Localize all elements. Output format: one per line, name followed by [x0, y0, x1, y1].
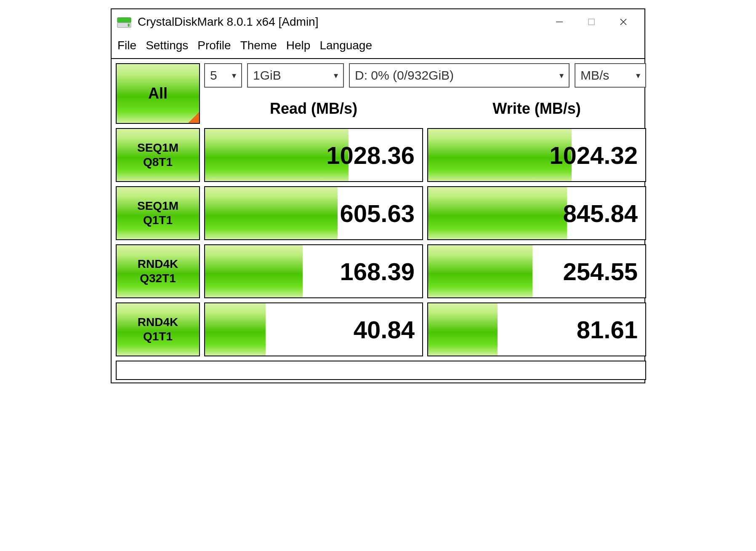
- app-icon: [116, 13, 133, 30]
- app-window: CrystalDiskMark 8.0.1 x64 [Admin] File S…: [111, 8, 645, 383]
- drive-select[interactable]: D: 0% (0/932GiB) ▾: [349, 63, 570, 88]
- result-value: 168.39: [205, 245, 422, 297]
- test-label: SEQ1M: [137, 141, 178, 155]
- minimize-button[interactable]: [551, 13, 568, 30]
- column-header-read: Read (MB/s): [204, 94, 423, 124]
- result-value: 254.55: [428, 245, 645, 297]
- loop-count-select[interactable]: 5 ▾: [204, 63, 242, 88]
- test-label: RND4K: [138, 315, 178, 329]
- chevron-down-icon: ▾: [334, 70, 338, 80]
- unit-value: MB/s: [580, 68, 609, 83]
- menu-theme[interactable]: Theme: [240, 39, 277, 52]
- test-label: Q1T1: [143, 329, 173, 344]
- main-area: All 5 ▾ 1GiB ▾ D: 0% (0/932GiB) ▾ MB/s ▾…: [112, 58, 644, 382]
- test-label: SEQ1M: [137, 199, 178, 213]
- result-write-rnd4k-q32t1: 254.55: [427, 244, 646, 298]
- test-size-value: 1GiB: [253, 68, 281, 83]
- loop-count-value: 5: [210, 68, 217, 83]
- result-read-rnd4k-q1t1: 40.84: [204, 302, 423, 356]
- run-all-label: All: [148, 85, 168, 102]
- chevron-down-icon: ▾: [232, 70, 236, 80]
- test-size-select[interactable]: 1GiB ▾: [247, 63, 344, 88]
- run-all-button[interactable]: All: [116, 63, 200, 124]
- svg-rect-4: [588, 19, 594, 25]
- test-button-seq1m-q1t1[interactable]: SEQ1M Q1T1: [116, 186, 200, 240]
- drive-value: D: 0% (0/932GiB): [355, 68, 454, 83]
- maximize-button[interactable]: [583, 13, 600, 30]
- close-button[interactable]: [615, 13, 632, 30]
- status-bar: [116, 361, 646, 380]
- result-value: 1024.32: [428, 129, 645, 181]
- result-value: 81.61: [428, 303, 645, 356]
- titlebar: CrystalDiskMark 8.0.1 x64 [Admin]: [112, 9, 644, 35]
- menubar: File Settings Profile Theme Help Languag…: [112, 35, 644, 58]
- unit-select[interactable]: MB/s ▾: [575, 63, 646, 88]
- result-value: 605.63: [205, 187, 422, 239]
- menu-language[interactable]: Language: [319, 39, 372, 52]
- test-button-rnd4k-q1t1[interactable]: RND4K Q1T1: [116, 302, 200, 356]
- chevron-down-icon: ▾: [636, 70, 640, 80]
- result-write-rnd4k-q1t1: 81.61: [427, 302, 646, 356]
- test-label: Q1T1: [143, 213, 173, 227]
- window-controls: [551, 13, 632, 30]
- test-label: Q8T1: [143, 155, 173, 169]
- test-label: Q32T1: [140, 271, 176, 286]
- menu-file[interactable]: File: [117, 39, 136, 52]
- window-title: CrystalDiskMark 8.0.1 x64 [Admin]: [138, 15, 551, 29]
- test-button-seq1m-q8t1[interactable]: SEQ1M Q8T1: [116, 128, 200, 182]
- result-write-seq1m-q8t1: 1024.32: [427, 128, 646, 182]
- test-button-rnd4k-q32t1[interactable]: RND4K Q32T1: [116, 244, 200, 298]
- menu-help[interactable]: Help: [286, 39, 311, 52]
- result-value: 845.84: [428, 187, 645, 239]
- menu-profile[interactable]: Profile: [197, 39, 231, 52]
- chevron-down-icon: ▾: [559, 70, 564, 80]
- result-value: 40.84: [205, 303, 422, 356]
- result-read-rnd4k-q32t1: 168.39: [204, 244, 423, 298]
- result-read-seq1m-q8t1: 1028.36: [204, 128, 423, 182]
- svg-rect-0: [117, 17, 131, 22]
- test-label: RND4K: [138, 257, 178, 271]
- result-write-seq1m-q1t1: 845.84: [427, 186, 646, 240]
- svg-rect-2: [128, 24, 130, 27]
- result-value: 1028.36: [205, 129, 422, 181]
- menu-settings[interactable]: Settings: [146, 39, 188, 52]
- result-read-seq1m-q1t1: 605.63: [204, 186, 423, 240]
- control-row: 5 ▾ 1GiB ▾ D: 0% (0/932GiB) ▾ MB/s ▾: [204, 63, 646, 89]
- column-header-write: Write (MB/s): [427, 94, 646, 124]
